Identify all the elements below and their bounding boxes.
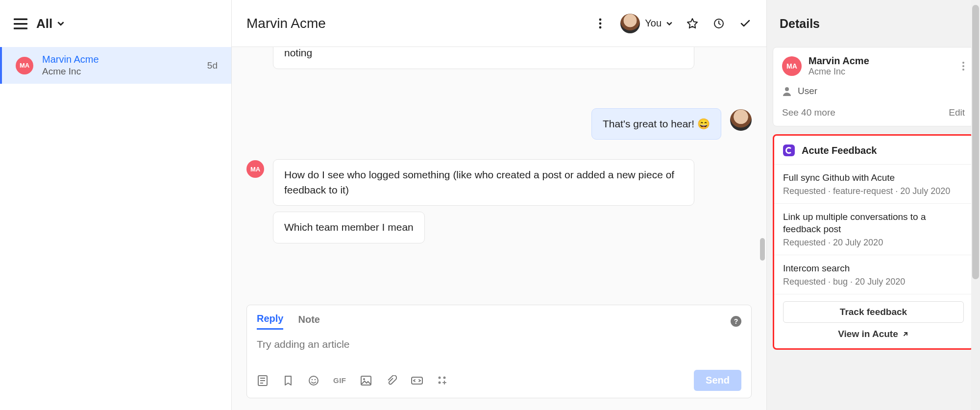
scrollbar-track[interactable] — [971, 0, 980, 410]
feedback-item-title: Link up multiple conversations to a feed… — [783, 211, 964, 236]
view-in-acute-link[interactable]: View in Acute — [838, 329, 908, 339]
tab-note[interactable]: Note — [298, 314, 319, 329]
message-bubble: Which team member I mean — [273, 212, 425, 243]
chevron-down-icon — [666, 22, 672, 25]
feedback-item-title: Full sync Github with Acute — [783, 171, 964, 184]
avatar — [620, 14, 640, 33]
hamburger-icon[interactable] — [14, 18, 27, 29]
conversation-title: Marvin Acme — [246, 16, 594, 31]
assignee-dropdown[interactable]: You — [620, 14, 672, 33]
emoji-icon[interactable] — [308, 375, 319, 386]
conversation-time: 5d — [207, 60, 218, 71]
svg-point-12 — [443, 376, 445, 379]
chevron-down-icon — [57, 20, 64, 27]
details-title: Details — [767, 0, 980, 47]
user-name: Marvin Acme — [808, 55, 955, 67]
macro-icon[interactable] — [411, 375, 423, 386]
svg-point-14 — [962, 62, 964, 64]
feedback-item-meta: Requested · bug · 20 July 2020 — [783, 277, 964, 287]
inbox-sidebar: All MA Marvin Acme Acme Inc 5d — [0, 0, 232, 410]
svg-point-2 — [599, 26, 602, 28]
clock-icon[interactable] — [712, 17, 725, 30]
image-icon[interactable] — [360, 375, 372, 386]
message-thread[interactable]: it avoids that this little window closes… — [232, 47, 766, 305]
user-type: User — [798, 86, 817, 96]
conversation-pane: Marvin Acme You it — [232, 0, 767, 410]
view-in-acute-label: View in Acute — [838, 329, 898, 339]
feedback-item[interactable]: Full sync Github with Acute Requested · … — [774, 165, 973, 204]
conversation-header: Marvin Acme You — [232, 0, 766, 47]
inbox-filter-label: All — [36, 16, 52, 31]
acute-logo-icon — [783, 145, 795, 156]
svg-point-5 — [309, 376, 318, 385]
feedback-item-meta: Requested · feature-request · 20 July 20… — [783, 186, 964, 196]
help-icon[interactable]: ? — [731, 316, 741, 327]
avatar — [730, 109, 752, 131]
external-link-icon — [902, 331, 909, 338]
svg-point-7 — [315, 379, 316, 380]
svg-point-1 — [599, 22, 602, 24]
message-bubble: How do I see who logged something (like … — [273, 159, 694, 206]
assignee-label: You — [645, 18, 662, 29]
edit-link[interactable]: Edit — [949, 107, 965, 118]
check-icon[interactable] — [739, 17, 752, 30]
message-outgoing: That's great to hear! 😄 — [246, 108, 752, 140]
inbox-filter-dropdown[interactable]: All — [36, 16, 64, 31]
conversation-list-item[interactable]: MA Marvin Acme Acme Inc 5d — [0, 47, 231, 84]
composer-tabs: Reply Note ? — [257, 313, 741, 330]
svg-point-17 — [785, 87, 789, 91]
avatar: MA — [16, 57, 33, 74]
acute-title: Acute Feedback — [802, 145, 877, 156]
svg-point-11 — [438, 376, 441, 379]
svg-point-9 — [363, 378, 365, 380]
article-icon[interactable] — [257, 375, 269, 386]
conversation-meta: Marvin Acme Acme Inc — [42, 54, 198, 77]
message-incoming: it avoids that this little window closes… — [246, 47, 752, 69]
svg-point-15 — [962, 65, 964, 67]
message-bubble: That's great to hear! 😄 — [591, 108, 721, 140]
reply-input[interactable] — [257, 338, 741, 362]
gif-icon[interactable]: GIF — [333, 376, 346, 385]
send-button[interactable]: Send — [694, 370, 741, 391]
message-bubble: it avoids that this little window closes… — [273, 47, 694, 69]
avatar: MA — [782, 56, 802, 76]
apps-icon[interactable] — [437, 375, 448, 386]
see-more-link[interactable]: See 40 more — [782, 107, 835, 118]
tab-reply[interactable]: Reply — [257, 313, 283, 330]
avatar: MA — [246, 160, 264, 178]
feedback-item-meta: Requested · 20 July 2020 — [783, 238, 964, 248]
acute-header: Acute Feedback — [774, 136, 973, 165]
attachment-icon[interactable] — [386, 375, 397, 386]
message-incoming: MA How do I see who logged something (li… — [246, 159, 752, 243]
user-card: MA Marvin Acme Acme Inc User See 40 more… — [773, 47, 974, 126]
user-type-row: User — [782, 86, 965, 96]
feedback-item-title: Intercom search — [783, 262, 964, 275]
scrollbar-thumb[interactable] — [760, 238, 765, 261]
person-icon — [782, 86, 792, 96]
svg-point-6 — [312, 379, 313, 380]
details-panel: Details MA Marvin Acme Acme Inc User See… — [767, 0, 980, 410]
conversation-name: Marvin Acme — [42, 54, 198, 65]
star-icon[interactable] — [686, 17, 699, 30]
svg-point-13 — [438, 381, 441, 384]
composer: Reply Note ? GIF Send — [246, 305, 752, 398]
details-body: MA Marvin Acme Acme Inc User See 40 more… — [767, 47, 980, 410]
composer-area: Reply Note ? GIF Send — [232, 305, 766, 410]
svg-point-16 — [962, 69, 964, 71]
header-actions: You — [594, 14, 752, 33]
user-company: Acme Inc — [808, 67, 955, 77]
sidebar-header: All — [0, 0, 231, 47]
svg-point-0 — [599, 18, 602, 21]
feedback-item[interactable]: Link up multiple conversations to a feed… — [774, 204, 973, 255]
more-icon[interactable] — [962, 61, 965, 71]
scrollbar-thumb[interactable] — [972, 5, 979, 279]
conversation-company: Acme Inc — [42, 66, 198, 77]
feedback-item[interactable]: Intercom search Requested · bug · 20 Jul… — [774, 255, 973, 294]
track-feedback-button[interactable]: Track feedback — [783, 301, 964, 323]
more-icon[interactable] — [594, 17, 607, 30]
acute-feedback-card: Acute Feedback Full sync Github with Acu… — [773, 134, 974, 350]
composer-toolbar: GIF Send — [257, 370, 741, 391]
bookmark-icon[interactable] — [282, 375, 294, 386]
